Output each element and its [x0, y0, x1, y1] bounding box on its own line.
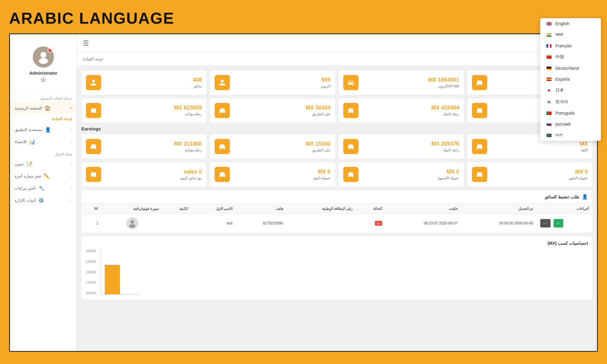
lang-label-ko: 한국어 [555, 99, 568, 105]
stat-value-0: 408 [105, 77, 202, 83]
approve-button[interactable]: ✓ [554, 219, 563, 228]
flag-fr: 🇫🇷 [545, 43, 552, 48]
hamburger-button[interactable]: ☰ [83, 39, 89, 47]
stat-r2-label-2: رحلة كاملة [362, 112, 459, 116]
data-table: أجراءات تم التعديل خلقت الحالة رقم البطا… [81, 204, 592, 233]
lang-item-es[interactable]: 🇪🇸 España [540, 74, 597, 85]
lang-item-ko[interactable]: 🇰🇷 한국어 [540, 96, 597, 108]
cell-created: 2020-08-07 06:23:07 [386, 214, 461, 233]
stat-r4-icon-2 [343, 167, 358, 182]
stat-card-drivers: 408 سائق [81, 70, 206, 95]
stat-r2-icon-3 [472, 103, 487, 118]
sidebar-item-stats[interactable]: › 📊 الإحصاء [10, 136, 76, 148]
stat-card-customers: 559 الزبون [210, 70, 335, 95]
driver-activation-table: 👤 طلب تنشيط السائق أجراءات تم التعديل خل… [81, 190, 592, 233]
home-icon: 🏠 [45, 105, 51, 111]
stat-r2-icon-1 [215, 103, 230, 118]
stat-r4-icon-3 [472, 167, 487, 182]
table-section-title: طلب تنشيط السائق [544, 194, 579, 199]
sidebar-appusers-label: مستخدم التطبيق [15, 127, 42, 132]
stat-r4-value-3: MX 0 [491, 169, 588, 175]
cell-phone: 8179220090 [236, 214, 287, 233]
svg-point-4 [131, 220, 134, 224]
stat-r3-value-2: MX 209376 [362, 141, 459, 147]
lang-item-zh[interactable]: 🇨🇳 中国 [540, 51, 597, 63]
stat-r2-label-0: رحلة مؤكدة [105, 112, 202, 116]
lang-item-fr[interactable]: 🇫🇷 Français [540, 40, 597, 51]
svg-point-5 [129, 224, 135, 228]
col-status: الحالة [356, 204, 386, 214]
col-created: خلقت [386, 204, 461, 214]
table-row: ✓ ⋯ 0000-00-00 00:00:00 2020-08-07 06:23… [81, 214, 592, 233]
stat-label-2: All rideالزبون [362, 84, 459, 88]
stat-r2-value-0: MX 623659 [105, 105, 202, 111]
lang-item-ja[interactable]: 🇯🇵 日本 [540, 85, 597, 96]
stat-value-2: MX 1864501 [362, 77, 459, 83]
admin-power-icon: ⏻ [41, 77, 46, 83]
more-button[interactable]: ⋯ [540, 219, 551, 228]
stat-icon-2 [343, 75, 358, 90]
cell-firstname: test [192, 214, 236, 233]
sidebar-item-app-users[interactable]: › 👤 مستخدم التطبيق [10, 123, 76, 136]
stat-r4-value-1: MX 0 [233, 169, 331, 175]
y-label-4: 100000 [86, 249, 96, 253]
sidebar-submenu-dashboard[interactable]: لوحة القيادة [10, 114, 76, 123]
stat-icon-3 [472, 75, 487, 90]
stat-r4-label-0: بيع سائق اليوم [105, 176, 202, 180]
chevron-icon: ▾ [70, 106, 72, 110]
stat-r3-icon-0 [86, 139, 101, 154]
lang-item-pt[interactable]: 🇵🇹 Português [540, 108, 597, 119]
chevron-icon-2: › [71, 128, 72, 131]
y-label-0: 200000 [86, 292, 96, 295]
chart-y-labels: 200000 175000 150000 125000 100000 [86, 249, 96, 295]
stat-r4-label-1: عمولة اليوم [233, 176, 331, 180]
action-buttons: ✓ ⋯ [540, 219, 589, 228]
admin-icon: ⚙️ [38, 197, 44, 203]
lang-item-ru[interactable]: 🇷🇺 русский [540, 119, 597, 130]
sidebar-item-rent[interactable]: › 🔧 تأجير مركبات [10, 182, 76, 194]
admin-name: Administrator [29, 71, 57, 76]
stat-r3-icon-2 [343, 139, 358, 154]
sidebar-item-admin[interactable]: › ⚙️ أدوات الإدارة [10, 194, 76, 206]
blog-icon: 📝 [26, 161, 32, 167]
sidebar-item-home[interactable]: ▾ 🏠 الصفحة الرئيسية [10, 102, 76, 114]
stat-r4-label-3: عمولة الشهر [491, 176, 588, 180]
users-icon: 👤 [45, 126, 51, 133]
lang-label-fr: Français [555, 43, 572, 48]
flag-hi: 🇮🇳 [545, 34, 552, 37]
chevron-icon-3: › [71, 140, 72, 143]
lang-item-hi[interactable]: 🇮🇳 भारत [540, 34, 597, 40]
col-actions: أجراءات [537, 204, 592, 214]
lang-label-ru: русский [555, 122, 571, 126]
sidebar-dashboard-label: لوحة القيادة [52, 116, 72, 121]
flag-pt: 🇵🇹 [545, 111, 552, 116]
cell-lastname [162, 214, 191, 233]
lang-label-ja: 日本 [555, 88, 564, 93]
taxi-icon: ✏️ [44, 173, 50, 179]
sidebar-item-blog[interactable]: › 📝 تدوين [10, 158, 76, 170]
rent-icon: 🔧 [39, 185, 45, 191]
lang-item-de[interactable]: 🇩🇪 Deutschland [540, 63, 597, 74]
stat-card-r3-2: MX 209376 رحلة كاملة [339, 134, 464, 159]
lang-item-bn[interactable]: 🇧🇩 বাংলা [540, 130, 597, 141]
sidebar-item-taxi[interactable]: › ✏️ حجز سيارة أجرة [10, 170, 76, 182]
cell-updated: 0000-00-00 00:00:00 [461, 214, 537, 233]
earnings-section-label: Earnings [81, 126, 592, 131]
stats-row-1: 408 سائق 559 الزبون [81, 70, 592, 95]
chart-bar-jan [105, 265, 120, 294]
app-container: Administrator ⏻ مراقبة البيانات المحمول … [9, 33, 598, 352]
stat-r3-value-0: MX 311860 [105, 141, 202, 147]
chart-bars-container [100, 249, 140, 295]
col-phone: هاتف [236, 204, 287, 214]
stat-r4-label-2: عمولة الأسبوع [362, 176, 459, 180]
stats-row-2: MX 623659 رحلة مؤكدة MX 30304 على الطريق [81, 98, 592, 123]
stat-icon-1 [215, 75, 230, 90]
sidebar-taxi-label: حجز سيارة أجرة [15, 174, 41, 178]
main-content: ☰ 🇸🇦 🇬🇧 [77, 34, 597, 351]
chevron-icon-6: › [71, 187, 72, 190]
cell-n: 1 [81, 214, 102, 233]
cell-status: no [356, 214, 386, 233]
stat-value-1: 559 [233, 77, 331, 83]
y-label-1: 175000 [86, 281, 96, 284]
stat-r2-icon-0 [86, 103, 101, 118]
